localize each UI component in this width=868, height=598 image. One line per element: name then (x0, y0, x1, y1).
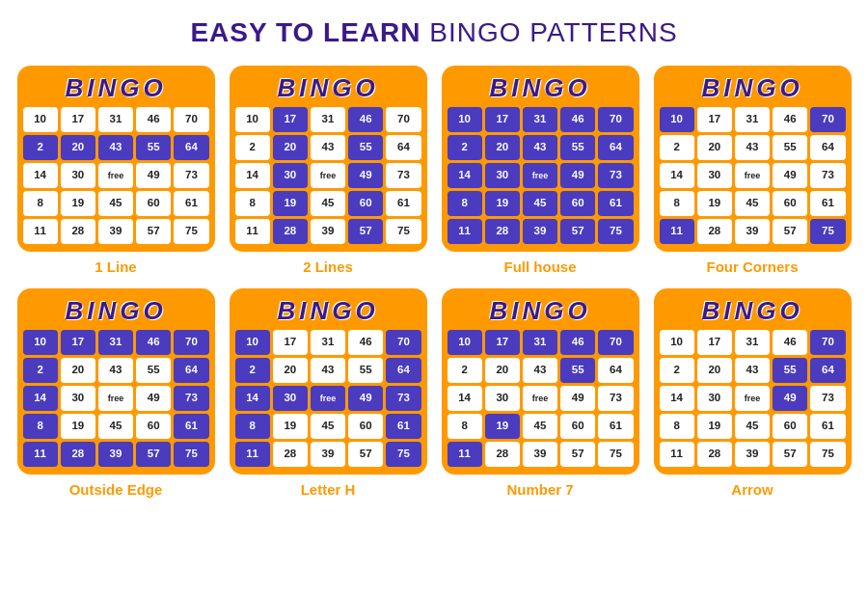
cell: 75 (810, 442, 845, 467)
cell: 61 (174, 414, 208, 439)
cell: 39 (311, 219, 345, 244)
cell: 14 (448, 386, 482, 411)
cell: 30 (61, 163, 95, 188)
cell: 30 (697, 163, 732, 188)
cell: 28 (61, 442, 95, 467)
cell: 17 (273, 107, 308, 132)
bingo-grid-two-lines: 10173146702204355641430free4973819456061… (235, 107, 421, 244)
cell: 49 (136, 386, 171, 411)
bingo-grid-arrow: 10173146702204355641430free4973819456061… (660, 330, 846, 467)
cell: 17 (61, 107, 95, 132)
cell: 14 (660, 163, 694, 188)
cell: 2 (23, 358, 58, 383)
cell: 46 (560, 330, 595, 355)
cell: 45 (523, 191, 557, 216)
cell: 28 (697, 442, 732, 467)
cell: 75 (386, 219, 420, 244)
cell: 70 (386, 107, 420, 132)
bingo-grid-four-corners: 10173146702204355641430free4973819456061… (660, 107, 846, 244)
cell: 28 (485, 442, 520, 467)
cell: 11 (23, 219, 58, 244)
cell: 43 (735, 135, 770, 160)
cell: 70 (810, 330, 845, 355)
cell: 8 (448, 414, 482, 439)
cell: 19 (273, 414, 308, 439)
cell: 75 (598, 219, 633, 244)
bingo-card-number-7: BINGO10173146702204355641430free49738194… (442, 288, 639, 475)
cell: 19 (61, 414, 95, 439)
cell: 46 (560, 107, 595, 132)
card-label-outside-edge: Outside Edge (69, 481, 163, 498)
cell: free (98, 386, 133, 411)
cell: 55 (560, 358, 595, 383)
cell: 49 (136, 163, 171, 188)
cell: 10 (660, 107, 694, 132)
cell: 39 (98, 442, 133, 467)
bingo-card-arrow: BINGO10173146702204355641430free49738194… (654, 288, 852, 475)
cell: 17 (61, 330, 95, 355)
cell: 28 (273, 442, 308, 467)
bingo-grid-number-7: 10173146702204355641430free4973819456061… (448, 330, 634, 467)
cell: 8 (23, 414, 58, 439)
card-label-one-line: 1 Line (95, 258, 136, 275)
cell: 64 (810, 358, 845, 383)
cell: 73 (386, 163, 420, 188)
cell: 8 (235, 414, 270, 439)
cell: 45 (311, 414, 345, 439)
cell: 39 (523, 442, 557, 467)
cell: 20 (61, 135, 95, 160)
cell: 39 (98, 219, 133, 244)
page-title: EASY TO LEARN BINGO PATTERNS (190, 17, 677, 48)
cell: free (735, 386, 770, 411)
cell: 43 (98, 358, 133, 383)
cell: 55 (348, 135, 383, 160)
card-one-line: BINGO10173146702204355641430free49738194… (14, 66, 217, 275)
cell: 64 (174, 358, 208, 383)
cell: 57 (348, 442, 383, 467)
cell: 11 (660, 219, 694, 244)
cell: 39 (735, 219, 770, 244)
bingo-grid-one-line: 10173146702204355641430free4973819456061… (23, 107, 209, 244)
card-outside-edge: BINGO10173146702204355641430free49738194… (14, 288, 217, 498)
cell: 8 (660, 191, 694, 216)
cell: 31 (311, 107, 345, 132)
cell: 2 (448, 358, 482, 383)
cell: 46 (136, 330, 171, 355)
cell: 43 (98, 135, 133, 160)
cell: 73 (174, 163, 208, 188)
bingo-header-four-corners: BINGO (660, 71, 846, 107)
cell: 60 (560, 191, 595, 216)
bingo-card-full-house: BINGO10173146702204355641430free49738194… (442, 66, 639, 252)
cell: 45 (311, 191, 345, 216)
cell: 49 (560, 163, 595, 188)
cell: 19 (61, 191, 95, 216)
cell: 20 (273, 358, 308, 383)
cell: 70 (810, 107, 845, 132)
cell: 10 (660, 330, 694, 355)
bingo-card-outside-edge: BINGO10173146702204355641430free49738194… (17, 288, 215, 475)
cell: 60 (773, 191, 807, 216)
cell: 19 (485, 414, 520, 439)
card-two-lines: BINGO10173146702204355641430free49738194… (227, 66, 429, 275)
cell: 49 (773, 163, 807, 188)
cell: 31 (735, 107, 770, 132)
cell: 14 (448, 163, 482, 188)
cell: 8 (660, 414, 694, 439)
cell: 30 (485, 163, 520, 188)
cell: 8 (448, 191, 482, 216)
cell: 2 (235, 135, 270, 160)
cell: 70 (598, 107, 633, 132)
cell: 2 (660, 358, 694, 383)
cell: 8 (235, 191, 270, 216)
cell: 43 (523, 358, 557, 383)
bingo-grid-full-house: 10173146702204355641430free4973819456061… (448, 107, 634, 244)
bingo-card-two-lines: BINGO10173146702204355641430free49738194… (230, 66, 427, 252)
cell: 57 (773, 219, 807, 244)
cell: 70 (174, 330, 208, 355)
cell: 31 (523, 330, 557, 355)
cell: 73 (810, 163, 845, 188)
cell: 39 (311, 442, 345, 467)
cell: free (523, 386, 557, 411)
cell: 10 (23, 107, 58, 132)
cell: 28 (273, 219, 308, 244)
